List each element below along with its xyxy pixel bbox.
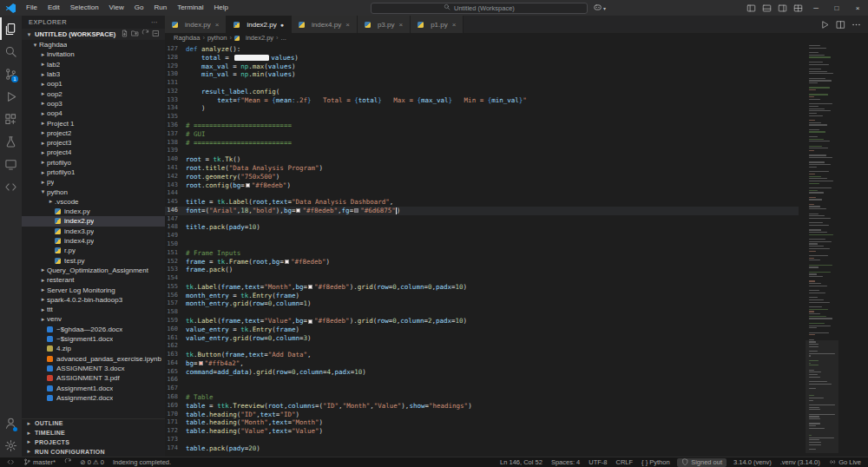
- tree-item-spark-4.0.2-bin-hadoop3[interactable]: ▸spark-4.0.2-bin-hadoop3: [22, 295, 165, 305]
- line-number[interactable]: 148: [165, 223, 186, 232]
- code-line-130[interactable]: 130 min_val = np.min(values): [165, 70, 799, 79]
- line-number[interactable]: 133: [165, 96, 186, 105]
- line-number[interactable]: 163: [165, 351, 186, 359]
- menu-go[interactable]: Go: [129, 3, 149, 11]
- status-sync[interactable]: [60, 457, 76, 467]
- activity-remote-explorer-icon[interactable]: [0, 153, 22, 175]
- breadcrumb-item-...[interactable]: ...: [281, 34, 286, 42]
- line-number[interactable]: 128: [165, 54, 186, 62]
- code-line-151[interactable]: 151# Frame Inputs: [165, 249, 799, 258]
- status-indexing-status[interactable]: Indexing completed.: [108, 457, 175, 467]
- code-line-166[interactable]: 166: [165, 376, 799, 385]
- status-git-branch[interactable]: master*: [19, 457, 60, 467]
- line-number[interactable]: 132: [165, 88, 186, 96]
- new-folder-icon[interactable]: [131, 30, 139, 39]
- editor[interactable]: 127def analyze():128 total = values)129 …: [165, 43, 868, 457]
- code-line-155[interactable]: 155tk.Label(frame,text="Month",bg="#f8ed…: [165, 283, 799, 292]
- layout-sidebar-toggle-icon[interactable]: [743, 0, 759, 16]
- code-line-159[interactable]: 159tk.Label(frame,text="Value",bg="#f8ed…: [165, 317, 799, 326]
- line-number[interactable]: 157: [165, 299, 186, 308]
- status-problems[interactable]: ⊘ 0 ⚠ 0: [76, 457, 108, 467]
- code-line-160[interactable]: 160value_entry = tk.Entry(frame): [165, 326, 799, 334]
- tree-item-assignment-3.pdf[interactable]: ASSIGNMENT 3.pdf: [22, 373, 165, 383]
- minimap-viewport[interactable]: [806, 340, 838, 453]
- status-cursor-position[interactable]: Ln 146, Col 52: [496, 457, 547, 467]
- tree-item-project4[interactable]: ▸project4: [22, 148, 165, 157]
- workspace-root-row[interactable]: ▾ UNTITLED (WORKSPACE): [22, 29, 165, 40]
- code-line-146[interactable]: 146font=("Arial",18,"bold"),bg="#f8edeb"…: [165, 207, 799, 215]
- code-line-136[interactable]: 136# =========================: [165, 122, 799, 130]
- section-outline[interactable]: ▸OUTLINE: [22, 419, 165, 429]
- layout-secondary-sidebar-toggle-icon[interactable]: [774, 0, 790, 16]
- code-line-131[interactable]: 131: [165, 79, 799, 88]
- tree-item-oop2[interactable]: ▸oop2: [22, 89, 165, 98]
- tree-item-index3.py[interactable]: index3.py: [22, 227, 165, 236]
- code-line-173[interactable]: 173: [165, 436, 799, 444]
- code-line-134[interactable]: 134 ): [165, 104, 799, 113]
- line-number[interactable]: 147: [165, 215, 186, 224]
- code-line-157[interactable]: 157month_entry.grid(row=0,column=1): [165, 299, 799, 308]
- color-swatch[interactable]: [199, 361, 203, 365]
- code-line-170[interactable]: 170table.heading("ID",text="ID"): [165, 411, 799, 419]
- color-swatch[interactable]: [246, 183, 250, 187]
- line-number[interactable]: 146: [165, 207, 186, 215]
- tree-item-server-log-monitoring[interactable]: ▸Server Log Monitoring: [22, 285, 165, 294]
- status-go-live[interactable]: Go Live: [825, 457, 865, 467]
- tree-item-prtofilyo1[interactable]: ▸prtofilyo1: [22, 168, 165, 177]
- tree-item-.vscode[interactable]: ▸.vscode: [22, 197, 165, 207]
- code-line-133[interactable]: 133 text=f"Mean = {mean:.2f} Total = {to…: [165, 96, 799, 105]
- color-swatch[interactable]: [308, 285, 312, 289]
- tree-item-query-optimization-assignment[interactable]: ▸Query_Optimization_Assignment: [22, 266, 165, 275]
- tree-item-ttt[interactable]: ▸ttt: [22, 305, 165, 314]
- menu-view[interactable]: View: [104, 3, 129, 11]
- section-timeline[interactable]: ▸TIMELINE: [22, 429, 165, 438]
- tree-item-lab2[interactable]: ▸lab2: [22, 60, 165, 69]
- breadcrumb-item-python[interactable]: python: [207, 34, 227, 42]
- line-number[interactable]: 154: [165, 274, 186, 283]
- layout-panel-toggle-icon[interactable]: [759, 0, 774, 16]
- tree-item--ghdaa-2026.docx[interactable]: ~$ghdaa—2026.docx: [22, 325, 165, 334]
- line-number[interactable]: 142: [165, 173, 186, 181]
- menu-selection[interactable]: Selection: [65, 3, 104, 11]
- code-line-142[interactable]: 142root.geometry("750x500"): [165, 173, 799, 181]
- line-number[interactable]: 134: [165, 104, 186, 113]
- line-number[interactable]: 136: [165, 122, 186, 130]
- line-number[interactable]: 150: [165, 240, 186, 249]
- code-line-161[interactable]: 161value_entry.grid(row=0,column=3): [165, 334, 799, 343]
- line-number[interactable]: 160: [165, 326, 186, 334]
- tab-p1.py[interactable]: p1.py×: [411, 16, 464, 33]
- tree-item-python[interactable]: ▾python: [22, 187, 165, 196]
- code-line-135[interactable]: 135: [165, 113, 799, 122]
- tree-item-r.py[interactable]: r.py: [22, 246, 165, 255]
- code-line-144[interactable]: 144: [165, 189, 799, 198]
- activity-remote-icon[interactable]: [0, 175, 22, 198]
- line-number[interactable]: 137: [165, 130, 186, 139]
- layout-customize-icon[interactable]: [790, 0, 806, 16]
- color-swatch[interactable]: [308, 319, 312, 324]
- code-line-147[interactable]: 147: [165, 215, 799, 224]
- close-icon[interactable]: ×: [215, 21, 220, 29]
- line-number[interactable]: 165: [165, 368, 186, 377]
- code-line-132[interactable]: 132 result_label.config(: [165, 88, 799, 96]
- code-line-174[interactable]: 174table.pack(pady=20): [165, 444, 799, 453]
- tab-index4.py[interactable]: index4.py×: [292, 16, 358, 33]
- breadcrumb-item-index2.py[interactable]: index2.py: [234, 34, 273, 42]
- code-line-127[interactable]: 127def analyze():: [165, 45, 799, 54]
- code-line-138[interactable]: 138# =========================: [165, 139, 799, 148]
- line-number[interactable]: 151: [165, 249, 186, 258]
- code-line-169[interactable]: 169table = ttk.Treeview(root,columns=("I…: [165, 402, 799, 411]
- line-number[interactable]: 149: [165, 232, 186, 240]
- tree-item-oop1[interactable]: ▸oop1: [22, 79, 165, 89]
- tree-item-advanced-pandas-exercise.ipynb[interactable]: advanced_pandas_exercise.ipynb: [22, 354, 165, 364]
- close-icon[interactable]: ×: [452, 21, 457, 29]
- code-line-163[interactable]: 163tk.Button(frame,text="Add Data",: [165, 351, 799, 359]
- status-encoding[interactable]: UTF-8: [584, 457, 611, 467]
- code-line-172[interactable]: 172table.heading("Value",text="Value"): [165, 427, 799, 436]
- more-actions-icon[interactable]: ⋯: [151, 18, 158, 26]
- tree-item-oop3[interactable]: ▸oop3: [22, 99, 165, 109]
- line-number[interactable]: 171: [165, 418, 186, 427]
- close-icon[interactable]: ×: [345, 21, 350, 29]
- tab-index.py[interactable]: index.py×: [165, 16, 227, 33]
- tab-index2.py[interactable]: index2.py●: [227, 16, 291, 33]
- activity-settings-icon[interactable]: [0, 434, 22, 457]
